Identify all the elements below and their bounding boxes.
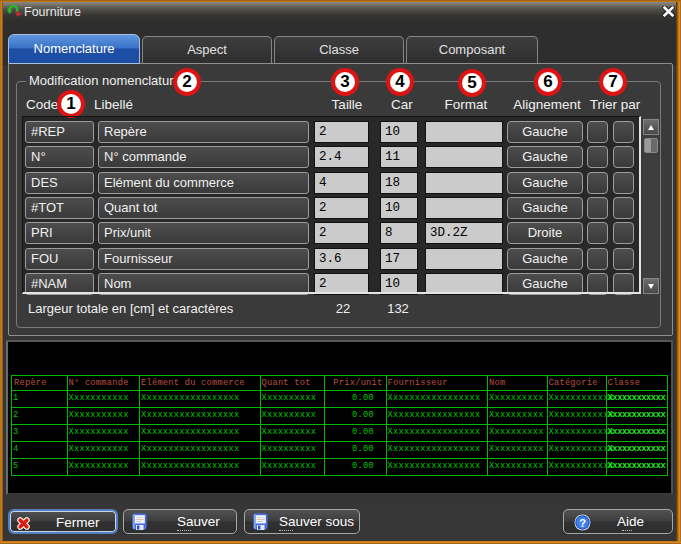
svg-text:?: ?	[579, 517, 586, 529]
